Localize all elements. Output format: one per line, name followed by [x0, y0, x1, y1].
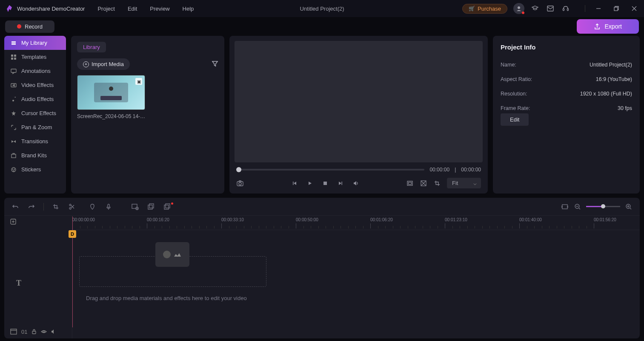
next-frame-button[interactable]: [337, 181, 344, 186]
zoom-out-button[interactable]: [573, 203, 582, 210]
split-button[interactable]: [68, 203, 76, 210]
import-media-button[interactable]: + Import Media: [77, 58, 130, 70]
sidebar-video-effects[interactable]: Video Effects: [4, 78, 66, 92]
menu-project[interactable]: Project: [97, 6, 114, 12]
sidebar-pan-zoom[interactable]: Pan & Zoom: [4, 120, 66, 134]
learn-button[interactable]: [530, 4, 540, 13]
timeline-leftbar: T 01: [4, 216, 72, 338]
sidebar-annotations[interactable]: Annotations: [4, 64, 66, 78]
library-icon: [10, 40, 17, 46]
sidebar-my-library[interactable]: My Library: [4, 36, 66, 50]
filter-button[interactable]: [212, 60, 218, 69]
sidebar-label: My Library: [21, 40, 47, 46]
eye-icon[interactable]: [41, 329, 47, 334]
maximize-button[interactable]: [612, 4, 621, 13]
svg-rect-15: [11, 69, 16, 72]
marker-tool-button[interactable]: [88, 203, 97, 210]
menu-help[interactable]: Help: [183, 6, 194, 12]
svg-point-32: [69, 208, 71, 209]
volume-button[interactable]: [352, 180, 360, 186]
lock-icon[interactable]: [31, 329, 37, 334]
stop-button[interactable]: [321, 181, 329, 186]
svg-point-0: [518, 6, 520, 9]
time-ruler[interactable]: 00:00:00:0000:00:16:2000:00:33:1000:00:5…: [72, 216, 640, 230]
scrub-slider[interactable]: [236, 169, 424, 170]
library-tab[interactable]: Library: [77, 42, 106, 52]
sidebar-audio-effects[interactable]: Audio Effects: [4, 92, 66, 106]
menubar: Project Edit Preview Help: [97, 6, 194, 12]
edit-project-button[interactable]: Edit: [501, 113, 529, 126]
text-track-icon[interactable]: T: [16, 279, 21, 288]
crop-tool-button[interactable]: [52, 203, 60, 210]
svg-rect-26: [407, 181, 412, 185]
timeline-tracks[interactable]: 00:00:00:0000:00:16:2000:00:33:1000:00:5…: [72, 216, 640, 338]
grid-button[interactable]: [420, 180, 427, 186]
redo-button[interactable]: [27, 203, 36, 210]
titlebar-right: 🛒 Purchase: [462, 3, 639, 14]
account-button[interactable]: [513, 3, 524, 14]
snapshot-button[interactable]: [236, 180, 244, 186]
voiceover-button[interactable]: [104, 203, 113, 210]
record-button[interactable]: Record: [5, 20, 54, 33]
svg-rect-17: [11, 154, 16, 158]
sidebar-label: Audio Effects: [21, 96, 54, 102]
sidebar-cursor-effects[interactable]: Cursor Effects: [4, 106, 66, 120]
messages-button[interactable]: [546, 4, 555, 13]
svg-rect-39: [166, 204, 170, 208]
svg-rect-38: [164, 205, 169, 209]
media-thumbnail[interactable]: ▣: [77, 75, 145, 110]
sidebar-transitions[interactable]: Transitions: [4, 134, 66, 148]
notification-dot-icon: [171, 202, 173, 205]
zoom-fit-button[interactable]: [561, 204, 569, 210]
minimize-button[interactable]: [594, 4, 603, 13]
video-effects-icon: [10, 82, 17, 88]
ruler-tick: 00:00:16:20: [147, 217, 169, 222]
preview-controls: Fit: [235, 175, 483, 188]
purchase-button[interactable]: 🛒 Purchase: [462, 4, 507, 14]
undo-button[interactable]: [11, 203, 20, 210]
prev-frame-button[interactable]: [291, 181, 298, 186]
svg-rect-9: [11, 43, 16, 43]
export-label: Export: [605, 23, 622, 30]
svg-rect-14: [14, 58, 16, 60]
feedback-button[interactable]: [561, 4, 570, 13]
ruler-tick: 00:01:06:20: [370, 217, 393, 222]
batch-button[interactable]: [163, 203, 172, 210]
svg-rect-37: [149, 204, 154, 208]
crop-button[interactable]: [433, 180, 441, 186]
svg-rect-33: [108, 204, 109, 208]
transitions-icon: [10, 139, 17, 144]
group-button[interactable]: [131, 203, 139, 210]
zoom-in-button[interactable]: [624, 203, 633, 210]
sidebar-brand-kits[interactable]: Brand Kits: [4, 148, 66, 162]
svg-rect-53: [32, 331, 36, 334]
ruler-tick: 00:01:23:10: [445, 217, 467, 222]
svg-rect-12: [14, 55, 16, 57]
media-item[interactable]: ▣ ScreenRec_2024-06-05 14-1…: [77, 75, 146, 119]
sidebar-stickers[interactable]: Stickers: [4, 162, 66, 176]
add-track-button[interactable]: [4, 216, 72, 229]
info-name-row: Name: Untitled Project(2): [501, 58, 632, 72]
video-track-header[interactable]: 01: [4, 325, 72, 338]
svg-line-43: [579, 208, 580, 209]
play-button[interactable]: [306, 181, 314, 186]
zoom-slider[interactable]: [586, 206, 620, 207]
preview-scrub: 00:00:00 | 00:00:00: [235, 162, 483, 175]
svg-rect-10: [11, 44, 16, 45]
svg-rect-40: [562, 205, 567, 209]
safe-zone-button[interactable]: [406, 180, 414, 186]
menu-edit[interactable]: Edit: [128, 6, 137, 12]
playhead-marker[interactable]: D: [69, 230, 76, 238]
duplicate-button[interactable]: [147, 203, 155, 210]
purchase-label: Purchase: [478, 6, 501, 12]
menu-preview[interactable]: Preview: [150, 6, 169, 12]
sidebar-label: Brand Kits: [21, 152, 47, 159]
preview-panel: 00:00:00 | 00:00:00: [229, 36, 488, 194]
sidebar-templates[interactable]: Templates: [4, 50, 66, 64]
zoom-fit-select[interactable]: Fit: [447, 178, 481, 188]
close-button[interactable]: [630, 4, 639, 13]
export-button[interactable]: Export: [577, 19, 639, 34]
mute-icon[interactable]: [51, 329, 56, 334]
svg-point-20: [14, 169, 14, 169]
preview-canvas[interactable]: [235, 41, 483, 162]
